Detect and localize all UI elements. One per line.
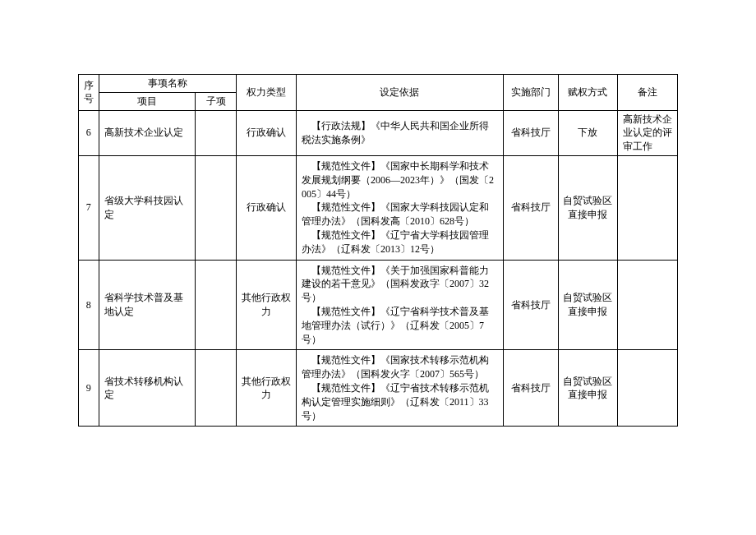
cell-project: 省级大学科技园认定 [99, 155, 195, 260]
basis-line: 【行政法规】《中华人民共和国企业所得税法实施条例》 [302, 119, 498, 147]
cell-subitem [195, 350, 236, 427]
cell-subitem [195, 260, 236, 350]
cell-remark [618, 260, 678, 350]
table-body: 6高新技术企业认定行政确认【行政法规】《中华人民共和国企业所得税法实施条例》省科… [79, 110, 678, 427]
cell-seq: 9 [79, 350, 99, 427]
header-auth: 赋权方式 [558, 75, 618, 111]
table-row: 7省级大学科技园认定行政确认【规范性文件】《国家中长期科学和技术发展规划纲要（2… [79, 155, 678, 260]
header-project: 项目 [99, 92, 195, 110]
cell-seq: 8 [79, 260, 99, 350]
header-dept: 实施部门 [503, 75, 558, 111]
cell-project: 高新技术企业认定 [99, 110, 195, 155]
header-power-type: 权力类型 [237, 75, 297, 111]
table-header: 序号 事项名称 权力类型 设定依据 实施部门 赋权方式 备注 项目 子项 [79, 75, 678, 111]
cell-subitem [195, 110, 236, 155]
table-row: 6高新技术企业认定行政确认【行政法规】《中华人民共和国企业所得税法实施条例》省科… [79, 110, 678, 155]
cell-auth-mode: 自贸试验区直接申报 [558, 350, 618, 427]
basis-line: 【规范性文件】《国家技术转移示范机构管理办法》（国科发火字〔2007〕565号） [302, 353, 498, 381]
basis-line: 【规范性文件】《关于加强国家科普能力建设的若干意见》（国科发政字〔2007〕32… [302, 264, 498, 305]
cell-seq: 6 [79, 110, 99, 155]
header-basis: 设定依据 [296, 75, 503, 111]
cell-power-type: 其他行政权力 [237, 260, 297, 350]
header-subitem: 子项 [195, 92, 236, 110]
cell-auth-mode: 自贸试验区直接申报 [558, 260, 618, 350]
cell-project: 省技术转移机构认定 [99, 350, 195, 427]
basis-line: 【规范性文件】《辽宁省科学技术普及基地管理办法（试行）》（辽科发〔2005〕7号… [302, 305, 498, 346]
cell-remark [618, 350, 678, 427]
header-item-name: 事项名称 [99, 75, 237, 93]
table-row: 9省技术转移机构认定其他行政权力【规范性文件】《国家技术转移示范机构管理办法》（… [79, 350, 678, 427]
basis-line: 【规范性文件】《国家中长期科学和技术发展规划纲要（2006—2023年）》（国发… [302, 159, 498, 201]
cell-basis: 【规范性文件】《国家技术转移示范机构管理办法》（国科发火字〔2007〕565号）… [296, 350, 503, 427]
cell-remark [618, 155, 678, 260]
cell-power-type: 行政确认 [237, 155, 297, 260]
header-remark: 备注 [618, 75, 678, 111]
cell-basis: 【行政法规】《中华人民共和国企业所得税法实施条例》 [296, 110, 503, 155]
cell-seq: 7 [79, 155, 99, 260]
cell-auth-mode: 自贸试验区直接申报 [558, 155, 618, 260]
cell-auth-mode: 下放 [558, 110, 618, 155]
basis-line: 【规范性文件】《辽宁省大学科技园管理办法》（辽科发〔2013〕12号） [302, 228, 498, 256]
cell-department: 省科技厅 [503, 110, 558, 155]
cell-remark: 高新技术企业认定的评审工作 [618, 110, 678, 155]
header-seq: 序号 [79, 75, 99, 111]
cell-subitem [195, 155, 236, 260]
basis-line: 【规范性文件】《国家大学科技园认定和管理办法》（国科发高〔2010〕628号） [302, 201, 498, 228]
cell-basis: 【规范性文件】《国家中长期科学和技术发展规划纲要（2006—2023年）》（国发… [296, 155, 503, 260]
cell-power-type: 其他行政权力 [237, 350, 297, 427]
cell-department: 省科技厅 [503, 155, 558, 260]
cell-power-type: 行政确认 [237, 110, 297, 155]
policy-table: 序号 事项名称 权力类型 设定依据 实施部门 赋权方式 备注 项目 子项 6高新… [78, 74, 678, 427]
cell-basis: 【规范性文件】《关于加强国家科普能力建设的若干意见》（国科发政字〔2007〕32… [296, 260, 503, 350]
document-page: 序号 事项名称 权力类型 设定依据 实施部门 赋权方式 备注 项目 子项 6高新… [0, 0, 756, 535]
cell-department: 省科技厅 [503, 260, 558, 350]
cell-project: 省科学技术普及基地认定 [99, 260, 195, 350]
table-row: 8省科学技术普及基地认定其他行政权力【规范性文件】《关于加强国家科普能力建设的若… [79, 260, 678, 350]
basis-line: 【规范性文件】《辽宁省技术转移示范机构认定管理实施细则》（辽科发〔2011〕33… [302, 381, 498, 422]
cell-department: 省科技厅 [503, 350, 558, 427]
